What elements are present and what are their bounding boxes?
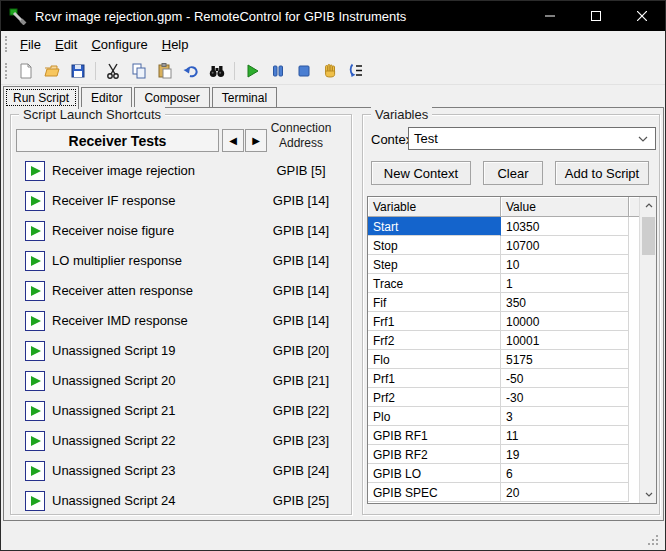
play-script-icon[interactable] <box>25 341 45 361</box>
table-row[interactable]: GPIB RF219 <box>368 445 656 464</box>
play-script-icon[interactable] <box>25 191 45 211</box>
run-icon[interactable] <box>240 59 264 83</box>
minimize-icon[interactable] <box>527 1 573 31</box>
shortcut-label[interactable]: Receiver IF response <box>52 193 176 208</box>
cut-icon[interactable] <box>101 59 125 83</box>
new-document-icon[interactable] <box>14 59 38 83</box>
menu-bar: File Edit Configure Help <box>1 31 665 57</box>
paste-icon[interactable] <box>153 59 177 83</box>
shortcut-label[interactable]: Unassigned Script 24 <box>52 493 176 508</box>
play-script-icon[interactable] <box>25 371 45 391</box>
table-row[interactable]: Plo3 <box>368 407 656 426</box>
connection-address: GPIB [22] <box>257 403 345 418</box>
connection-address-header: Connection Address <box>257 121 345 151</box>
shortcut-row: LO multiplier response GPIB [14] <box>11 249 351 279</box>
stop-icon[interactable] <box>292 59 316 83</box>
table-row[interactable]: Start10350 <box>368 217 656 236</box>
play-script-icon[interactable] <box>25 221 45 241</box>
shortcut-row: Unassigned Script 24 GPIB [25] <box>11 489 351 519</box>
add-to-script-button[interactable]: Add to Script <box>555 161 649 185</box>
open-folder-icon[interactable] <box>40 59 64 83</box>
group-label: Variables <box>371 107 432 122</box>
table-row[interactable]: GPIB LO6 <box>368 464 656 483</box>
play-script-icon[interactable] <box>25 251 45 271</box>
connection-address: GPIB [14] <box>257 253 345 268</box>
shortcut-label[interactable]: Receiver image rejection <box>52 163 195 178</box>
tab-terminal[interactable]: Terminal <box>212 87 277 108</box>
connection-address: GPIB [25] <box>257 493 345 508</box>
tab-editor[interactable]: Editor <box>81 87 132 108</box>
close-icon[interactable] <box>619 1 665 31</box>
shortcut-row: Receiver IMD response GPIB [14] <box>11 309 351 339</box>
shortcut-label[interactable]: Receiver IMD response <box>52 313 188 328</box>
connection-address: GPIB [23] <box>257 433 345 448</box>
step-list-icon[interactable] <box>344 59 368 83</box>
shortcut-row: Unassigned Script 20 GPIB [21] <box>11 369 351 399</box>
clear-button[interactable]: Clear <box>483 161 543 185</box>
play-script-icon[interactable] <box>25 281 45 301</box>
menu-file[interactable]: File <box>13 34 48 55</box>
connection-address: GPIB [14] <box>257 223 345 238</box>
undo-icon[interactable] <box>179 59 203 83</box>
shortcut-row: Unassigned Script 21 GPIB [22] <box>11 399 351 429</box>
shortcut-label[interactable]: Unassigned Script 20 <box>52 373 176 388</box>
save-icon[interactable] <box>66 59 90 83</box>
tab-run-script[interactable]: Run Script <box>3 86 79 109</box>
table-row[interactable]: Flo5175 <box>368 350 656 369</box>
app-window: { "window": { "title": "Rcvr image rejec… <box>0 0 666 551</box>
title-bar: Rcvr image rejection.gpm - RemoteControl… <box>1 1 665 31</box>
connection-address: GPIB [5] <box>257 163 345 178</box>
tab-composer[interactable]: Composer <box>134 87 209 108</box>
shortcut-row: Receiver noise figure GPIB [14] <box>11 219 351 249</box>
shortcut-label[interactable]: Receiver noise figure <box>52 223 174 238</box>
play-script-icon[interactable] <box>25 401 45 421</box>
column-header-variable[interactable]: Variable <box>368 197 501 217</box>
maximize-icon[interactable] <box>573 1 619 31</box>
table-row[interactable]: Stop10700 <box>368 236 656 255</box>
scroll-down-icon[interactable] <box>640 486 657 503</box>
bank-prev-button[interactable]: ◀ <box>222 129 244 152</box>
toolbar <box>1 57 665 85</box>
scroll-up-icon[interactable] <box>640 197 657 214</box>
resize-grip[interactable] <box>647 534 659 546</box>
shortcut-label[interactable]: LO multiplier response <box>52 253 182 268</box>
column-header-value[interactable]: Value <box>501 197 629 217</box>
window-title: Rcvr image rejection.gpm - RemoteControl… <box>35 9 406 24</box>
hold-hand-icon[interactable] <box>318 59 342 83</box>
shortcut-row: Receiver image rejection GPIB [5] <box>11 159 351 189</box>
play-script-icon[interactable] <box>25 161 45 181</box>
menu-configure[interactable]: Configure <box>84 34 154 55</box>
shortcut-label[interactable]: Unassigned Script 21 <box>52 403 176 418</box>
table-row[interactable]: Frf210001 <box>368 331 656 350</box>
table-row[interactable]: Fif350 <box>368 293 656 312</box>
vertical-scrollbar[interactable] <box>639 197 656 503</box>
toolbar-grip <box>5 63 7 79</box>
table-row[interactable]: Frf110000 <box>368 312 656 331</box>
new-context-button[interactable]: New Context <box>371 161 471 185</box>
play-script-icon[interactable] <box>25 311 45 331</box>
table-row[interactable]: Trace1 <box>368 274 656 293</box>
shortcut-row: Unassigned Script 22 GPIB [23] <box>11 429 351 459</box>
shortcut-label[interactable]: Receiver atten response <box>52 283 193 298</box>
context-combobox[interactable]: Test <box>408 127 656 150</box>
table-row[interactable]: Prf2-30 <box>368 388 656 407</box>
tab-strip: Run Script Editor Composer Terminal <box>3 86 279 108</box>
table-row[interactable]: GPIB SPEC20 <box>368 483 656 502</box>
shortcut-label[interactable]: Unassigned Script 22 <box>52 433 176 448</box>
copy-icon[interactable] <box>127 59 151 83</box>
table-row[interactable]: Prf1-50 <box>368 369 656 388</box>
play-script-icon[interactable] <box>25 431 45 451</box>
menu-edit[interactable]: Edit <box>48 34 84 55</box>
pause-icon[interactable] <box>266 59 290 83</box>
menu-help[interactable]: Help <box>155 34 196 55</box>
shortcut-label[interactable]: Unassigned Script 23 <box>52 463 176 478</box>
find-icon[interactable] <box>205 59 229 83</box>
play-script-icon[interactable] <box>25 461 45 481</box>
table-row[interactable]: GPIB RF111 <box>368 426 656 445</box>
scrollbar-thumb[interactable] <box>642 217 655 255</box>
shortcut-row: Receiver atten response GPIB [14] <box>11 279 351 309</box>
shortcut-label[interactable]: Unassigned Script 19 <box>52 343 176 358</box>
play-script-icon[interactable] <box>25 491 45 511</box>
table-row[interactable]: Step10 <box>368 255 656 274</box>
toolbar-separator <box>95 62 96 80</box>
